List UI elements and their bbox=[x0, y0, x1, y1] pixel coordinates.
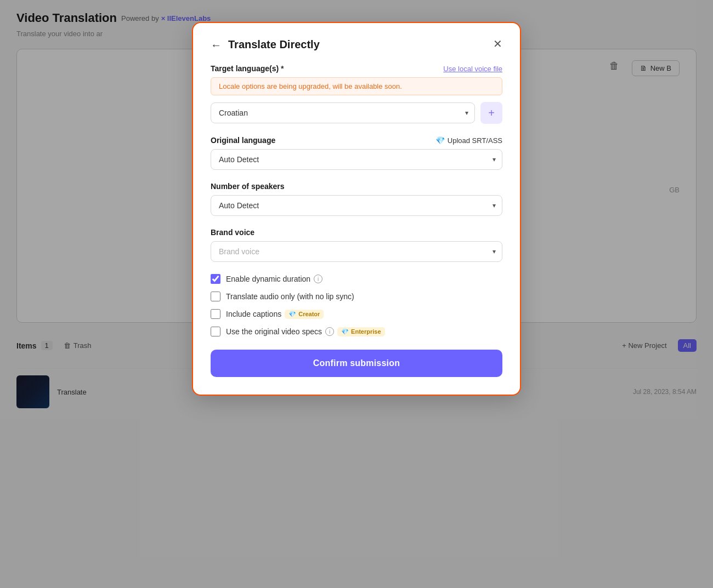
speakers-select-wrapper: Auto Detect ▾ bbox=[211, 195, 502, 216]
original-language-section: Original language 💎 Upload SRT/ASS Auto … bbox=[211, 136, 502, 170]
confirm-submission-button[interactable]: Confirm submission bbox=[211, 350, 502, 377]
modal-title: Translate Directly bbox=[228, 38, 320, 51]
modal-header: ← Translate Directly ✕ bbox=[211, 38, 502, 51]
add-language-button[interactable]: + bbox=[480, 102, 502, 124]
original-language-label: Original language bbox=[211, 136, 275, 145]
original-language-select-wrapper: Auto Detect ▾ bbox=[211, 149, 502, 170]
gem-icon: 💎 bbox=[341, 328, 349, 335]
speakers-label-row: Number of speakers bbox=[211, 182, 502, 191]
speakers-label: Number of speakers bbox=[211, 182, 285, 191]
enable-dynamic-row: Enable dynamic duration i bbox=[211, 274, 502, 284]
close-button[interactable]: ✕ bbox=[493, 38, 502, 49]
include-captions-label: Include captions 💎 Creator bbox=[226, 310, 324, 319]
translate-audio-checkbox[interactable] bbox=[211, 292, 220, 301]
translate-audio-label: Translate audio only (with no lip sync) bbox=[226, 292, 354, 301]
upload-srt-button[interactable]: 💎 Upload SRT/ASS bbox=[435, 136, 502, 145]
translate-modal: ← Translate Directly ✕ Target language(s… bbox=[192, 22, 521, 396]
brand-voice-label-row: Brand voice bbox=[211, 228, 502, 237]
original-language-select[interactable]: Auto Detect bbox=[211, 149, 502, 170]
brand-voice-select-wrapper: Brand voice ▾ bbox=[211, 241, 502, 262]
target-language-section: Target language(s) Use local voice file … bbox=[211, 64, 502, 124]
language-select-wrapper: Croatian ▾ bbox=[211, 102, 475, 123]
enterprise-badge: 💎 Enterprise bbox=[337, 327, 384, 336]
target-language-label-row: Target language(s) Use local voice file bbox=[211, 64, 502, 73]
checkbox-section: Enable dynamic duration i Translate audi… bbox=[211, 274, 502, 336]
enable-dynamic-checkbox[interactable] bbox=[211, 274, 220, 284]
info-icon[interactable]: i bbox=[325, 327, 334, 336]
speakers-section: Number of speakers Auto Detect ▾ bbox=[211, 182, 502, 216]
language-select[interactable]: Croatian bbox=[211, 102, 475, 123]
translate-audio-row: Translate audio only (with no lip sync) bbox=[211, 292, 502, 301]
use-original-label: Use the original video specs i 💎 Enterpr… bbox=[226, 327, 385, 336]
back-button[interactable]: ← bbox=[211, 39, 222, 50]
speakers-select[interactable]: Auto Detect bbox=[211, 195, 502, 216]
use-local-voice-button[interactable]: Use local voice file bbox=[443, 65, 502, 73]
locale-alert: Locale options are being upgraded, will … bbox=[211, 77, 502, 95]
use-original-checkbox[interactable] bbox=[211, 327, 220, 336]
target-language-label: Target language(s) bbox=[211, 64, 284, 73]
brand-voice-select[interactable]: Brand voice bbox=[211, 241, 502, 262]
include-captions-row: Include captions 💎 Creator bbox=[211, 309, 502, 319]
brand-voice-section: Brand voice Brand voice ▾ bbox=[211, 228, 502, 262]
target-language-row: Croatian ▾ + bbox=[211, 102, 502, 124]
enable-dynamic-label: Enable dynamic duration i bbox=[226, 275, 322, 283]
use-original-row: Use the original video specs i 💎 Enterpr… bbox=[211, 327, 502, 336]
creator-badge: 💎 Creator bbox=[285, 310, 324, 319]
info-icon[interactable]: i bbox=[314, 275, 322, 283]
original-language-label-row: Original language 💎 Upload SRT/ASS bbox=[211, 136, 502, 145]
brand-voice-label: Brand voice bbox=[211, 228, 254, 237]
gem-icon: 💎 bbox=[288, 311, 296, 318]
gem-icon: 💎 bbox=[435, 136, 445, 145]
include-captions-checkbox[interactable] bbox=[211, 309, 220, 319]
